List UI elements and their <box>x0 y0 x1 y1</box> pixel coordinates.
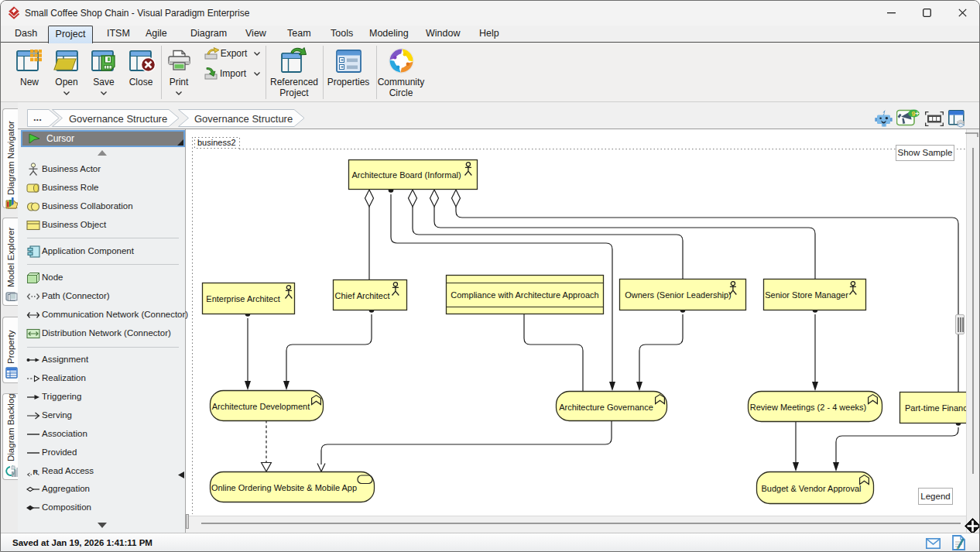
svg-text:Governance Structure: Governance Structure <box>194 113 293 125</box>
svg-text:Architecture Development: Architecture Development <box>212 402 310 411</box>
svg-text:Enterprise Architect: Enterprise Architect <box>206 294 279 303</box>
svg-text:Budget & Vendor Approval: Budget & Vendor Approval <box>761 484 861 493</box>
svg-text:...: ... <box>33 111 42 123</box>
svg-text:+: + <box>915 110 919 118</box>
svg-text:Architecture Board (Informal): Architecture Board (Informal) <box>351 170 461 180</box>
svg-text:Owners (Senior Leadership): Owners (Senior Leadership) <box>625 290 732 300</box>
svg-text:Governance Structure: Governance Structure <box>69 113 167 125</box>
svg-text:Part-time Financ: Part-time Financ <box>905 403 966 413</box>
svg-text:Chief Architect: Chief Architect <box>335 291 390 300</box>
svg-text:Architecture Governance: Architecture Governance <box>559 403 653 412</box>
svg-text:Online Ordering Website & Mobi: Online Ordering Website & Mobile App <box>211 483 357 492</box>
svg-text:Senior Store Manager: Senior Store Manager <box>765 290 848 300</box>
svg-text:R: R <box>33 468 39 476</box>
svg-text:Review Meetings (2 - 4 weeks): Review Meetings (2 - 4 weeks) <box>750 403 866 412</box>
svg-text:business2: business2 <box>197 138 236 147</box>
svg-text:Compliance with Architecture A: Compliance with Architecture Approach <box>451 290 598 300</box>
